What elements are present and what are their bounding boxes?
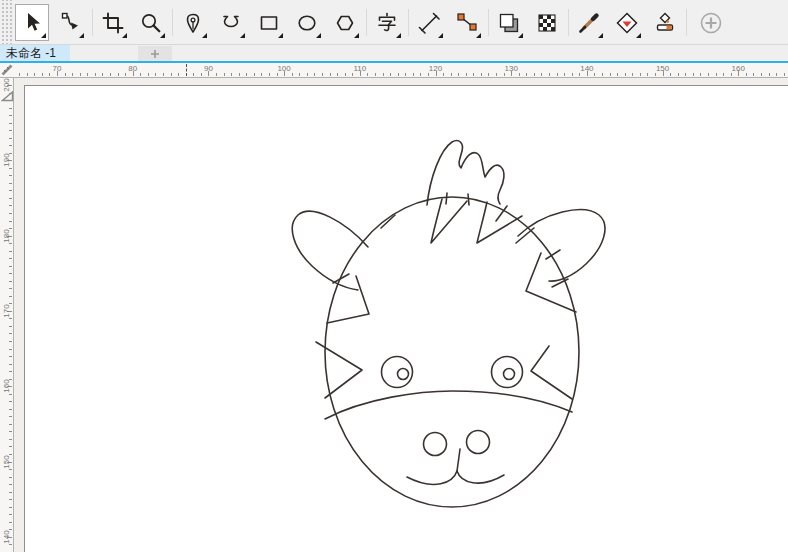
ruler-label: 150 bbox=[0, 454, 14, 470]
ruler-label: 160 bbox=[0, 378, 14, 394]
connector-icon bbox=[456, 12, 478, 34]
app-window: 未命名 -1 708090100110120130140150160 20019… bbox=[0, 0, 788, 552]
connector-tool[interactable] bbox=[450, 4, 484, 41]
toolbar-drag-handle[interactable] bbox=[0, 0, 13, 44]
flyout-indicator bbox=[518, 33, 523, 38]
drop-shadow-icon bbox=[498, 12, 520, 34]
interactive-fill-tool[interactable] bbox=[610, 4, 644, 41]
interactive-fill-icon bbox=[616, 12, 638, 34]
plus-icon bbox=[150, 49, 160, 59]
toolbar-separator bbox=[686, 9, 687, 36]
shape-node-icon bbox=[59, 12, 81, 34]
toolbar-separator bbox=[172, 9, 173, 36]
ruler-label: 190 bbox=[0, 152, 14, 168]
ruler-label: 150 bbox=[656, 64, 669, 73]
canvas-area[interactable] bbox=[14, 78, 788, 552]
rectangle-tool[interactable] bbox=[252, 4, 286, 41]
drawing-scale-icon[interactable] bbox=[1, 88, 14, 106]
ruler-label: 70 bbox=[53, 64, 62, 73]
smart-fill-tool[interactable] bbox=[648, 4, 682, 41]
pen-nib-icon bbox=[182, 12, 204, 34]
curve-loop-icon bbox=[220, 12, 242, 34]
curve-tool[interactable] bbox=[214, 4, 248, 41]
pick-arrow-icon bbox=[21, 12, 43, 34]
transparency-tool[interactable] bbox=[530, 4, 564, 41]
text-tool[interactable] bbox=[370, 4, 404, 41]
ruler-label: 120 bbox=[429, 64, 442, 73]
ruler-label: 170 bbox=[0, 303, 14, 319]
dimension-icon bbox=[418, 12, 440, 34]
toolbar-separator bbox=[366, 9, 367, 36]
toolbar-separator bbox=[488, 9, 489, 36]
polygon-icon bbox=[334, 12, 356, 34]
ruler-label: 90 bbox=[204, 64, 213, 73]
zoom-tool[interactable] bbox=[134, 4, 168, 41]
flyout-indicator bbox=[396, 33, 401, 38]
flyout-indicator bbox=[240, 33, 245, 38]
flyout-indicator bbox=[438, 33, 443, 38]
flyout-indicator bbox=[41, 33, 46, 38]
dimension-tool[interactable] bbox=[412, 4, 446, 41]
new-document-tab-button[interactable] bbox=[138, 46, 172, 61]
crop-tool[interactable] bbox=[96, 4, 130, 41]
crop-icon bbox=[102, 12, 124, 34]
shape-tool[interactable] bbox=[53, 4, 87, 41]
document-tab-bar: 未命名 -1 bbox=[0, 45, 788, 61]
horizontal-ruler[interactable]: 708090100110120130140150160 bbox=[14, 63, 788, 78]
flyout-indicator bbox=[476, 33, 481, 38]
ruler-label: 110 bbox=[353, 64, 366, 73]
plus-circle-icon bbox=[699, 11, 723, 35]
rectangle-icon bbox=[258, 12, 280, 34]
set-square-icon bbox=[1, 89, 14, 102]
pen-tool[interactable] bbox=[176, 4, 210, 41]
pick-tool[interactable] bbox=[15, 4, 49, 41]
ruler-label: 140 bbox=[0, 529, 14, 545]
ruler-label: 160 bbox=[732, 64, 745, 73]
add-tools-button[interactable] bbox=[694, 4, 728, 41]
flyout-indicator bbox=[122, 33, 127, 38]
magnifier-icon bbox=[140, 12, 162, 34]
drop-shadow-tool[interactable] bbox=[492, 4, 526, 41]
ruler-label: 140 bbox=[580, 64, 593, 73]
document-tab-label: 未命名 -1 bbox=[6, 45, 56, 62]
flyout-indicator bbox=[278, 33, 283, 38]
smart-fill-icon bbox=[654, 12, 676, 34]
ruler-dashed-marker bbox=[186, 64, 187, 76]
toolbox bbox=[0, 0, 788, 45]
ruler-corner[interactable] bbox=[0, 63, 14, 78]
toolbar-separator bbox=[92, 9, 93, 36]
ellipse-icon bbox=[296, 12, 318, 34]
flyout-indicator bbox=[636, 33, 641, 38]
ruler-label: 130 bbox=[505, 64, 518, 73]
flyout-indicator bbox=[316, 33, 321, 38]
vertical-ruler[interactable]: 200190180170160150140 bbox=[0, 78, 14, 552]
document-tab[interactable]: 未命名 -1 bbox=[0, 45, 70, 61]
ruler-label: 100 bbox=[277, 64, 290, 73]
ruler-settings-icon bbox=[1, 64, 13, 76]
flyout-indicator bbox=[202, 33, 207, 38]
ellipse-tool[interactable] bbox=[290, 4, 324, 41]
ruler-label: 180 bbox=[0, 228, 14, 244]
drawing-page[interactable] bbox=[24, 85, 788, 552]
toolbar-separator bbox=[568, 9, 569, 36]
text-zi-icon bbox=[376, 12, 398, 34]
flyout-indicator bbox=[79, 33, 84, 38]
eyedropper-icon bbox=[578, 12, 600, 34]
ruler-label: 80 bbox=[128, 64, 137, 73]
polygon-tool[interactable] bbox=[328, 4, 362, 41]
toolbar-separator bbox=[408, 9, 409, 36]
color-eyedropper-tool[interactable] bbox=[572, 4, 606, 41]
flyout-indicator bbox=[598, 33, 603, 38]
transparency-checker-icon bbox=[536, 12, 558, 34]
flyout-indicator bbox=[160, 33, 165, 38]
flyout-indicator bbox=[354, 33, 359, 38]
